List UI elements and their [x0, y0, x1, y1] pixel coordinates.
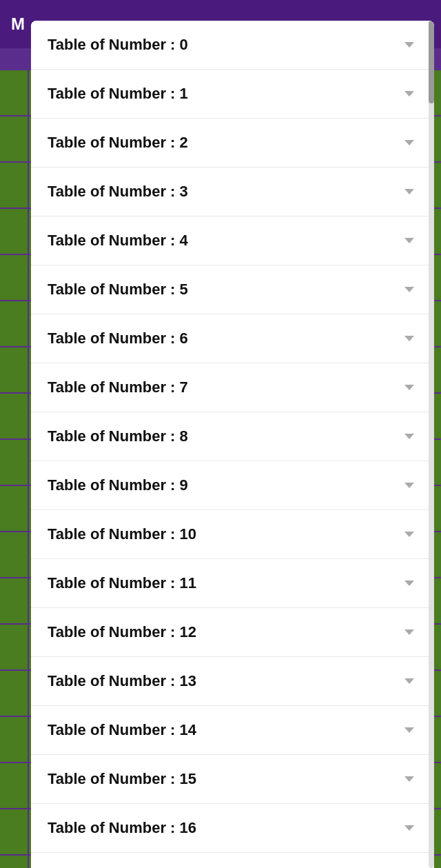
bg-cell — [0, 347, 28, 392]
accordion-label-8: Table of Number : 8 — [48, 427, 188, 445]
svg-marker-13 — [404, 678, 414, 684]
accordion-item-3[interactable]: Table of Number : 3 — [31, 168, 434, 216]
svg-marker-7 — [404, 385, 414, 390]
chevron-down-icon — [401, 134, 418, 151]
accordion-item-1[interactable]: Table of Number : 1 — [31, 70, 434, 119]
accordion-label-12: Table of Number : 12 — [48, 623, 196, 641]
chevron-down-icon — [401, 37, 418, 53]
accordion-label-4: Table of Number : 4 — [48, 232, 188, 250]
bg-cell — [0, 209, 28, 254]
svg-marker-16 — [404, 825, 414, 831]
svg-marker-5 — [404, 287, 414, 292]
accordion-label-16: Table of Number : 16 — [48, 819, 196, 837]
bg-cell — [0, 763, 28, 808]
accordion-item-11[interactable]: Table of Number : 11 — [31, 559, 434, 608]
accordion-item-6[interactable]: Table of Number : 6 — [31, 314, 434, 363]
svg-marker-4 — [404, 238, 414, 243]
chevron-down-icon — [401, 232, 418, 249]
chevron-down-icon — [401, 526, 418, 543]
svg-marker-6 — [404, 336, 414, 341]
scrollbar-track[interactable] — [429, 21, 434, 868]
accordion-label-6: Table of Number : 6 — [48, 330, 188, 347]
chevron-down-icon — [401, 624, 418, 640]
bg-cell — [0, 625, 28, 669]
accordion-item-0[interactable]: Table of Number : 0 — [31, 21, 434, 70]
chevron-down-icon — [401, 183, 418, 200]
bg-cell — [0, 809, 28, 854]
accordion-label-13: Table of Number : 13 — [48, 672, 196, 690]
accordion-label-10: Table of Number : 10 — [48, 525, 196, 543]
accordion-label-3: Table of Number : 3 — [48, 183, 188, 201]
accordion-item-4[interactable]: Table of Number : 4 — [31, 216, 434, 265]
accordion-label-5: Table of Number : 5 — [48, 281, 188, 299]
svg-marker-15 — [404, 776, 414, 782]
scrollbar-thumb[interactable] — [429, 21, 434, 103]
accordion-label-9: Table of Number : 9 — [48, 476, 188, 494]
bg-cell — [0, 301, 28, 346]
chevron-down-icon — [401, 575, 418, 592]
svg-marker-11 — [404, 581, 414, 586]
accordion-item-15[interactable]: Table of Number : 15 — [31, 755, 434, 804]
svg-marker-14 — [404, 727, 414, 733]
svg-marker-12 — [404, 629, 414, 635]
svg-marker-10 — [404, 532, 414, 537]
chevron-down-icon — [401, 771, 418, 787]
accordion-item-17[interactable]: Table of Number : 17 — [31, 853, 434, 868]
chevron-down-icon — [401, 722, 418, 738]
accordion-item-12[interactable]: Table of Number : 12 — [31, 608, 434, 657]
bg-cell — [0, 70, 28, 115]
accordion-label-7: Table of Number : 7 — [48, 379, 188, 396]
bg-cell — [0, 255, 28, 300]
bg-cell — [0, 163, 28, 208]
accordion-label-1: Table of Number : 1 — [48, 85, 188, 103]
chevron-down-icon — [401, 85, 418, 102]
bg-cell — [0, 486, 28, 531]
accordion-label-14: Table of Number : 14 — [48, 721, 196, 739]
bg-cell — [0, 856, 28, 868]
svg-marker-9 — [404, 483, 414, 488]
accordion-label-15: Table of Number : 15 — [48, 770, 196, 788]
app-title: M — [11, 14, 25, 34]
chevron-down-icon — [401, 330, 418, 347]
bg-cell — [0, 440, 28, 485]
accordion-item-13[interactable]: Table of Number : 13 — [31, 657, 434, 706]
chevron-down-icon — [401, 820, 418, 836]
svg-marker-8 — [404, 434, 414, 439]
chevron-down-icon — [401, 428, 418, 445]
bg-cell — [0, 671, 28, 716]
accordion-item-2[interactable]: Table of Number : 2 — [31, 119, 434, 168]
chevron-down-icon — [401, 477, 418, 494]
bg-cell — [0, 578, 28, 623]
accordion-item-9[interactable]: Table of Number : 9 — [31, 461, 434, 510]
accordion-label-11: Table of Number : 11 — [48, 574, 196, 592]
bg-cell — [0, 117, 28, 161]
accordion-panel: Table of Number : 0 Table of Number : 1 … — [31, 21, 434, 868]
accordion-list: Table of Number : 0 Table of Number : 1 … — [31, 21, 434, 868]
bg-cell — [0, 394, 28, 438]
accordion-label-0: Table of Number : 0 — [48, 36, 188, 54]
accordion-label-2: Table of Number : 2 — [48, 134, 188, 152]
accordion-item-10[interactable]: Table of Number : 10 — [31, 510, 434, 559]
chevron-down-icon — [401, 673, 418, 689]
accordion-item-16[interactable]: Table of Number : 16 — [31, 804, 434, 853]
accordion-item-8[interactable]: Table of Number : 8 — [31, 412, 434, 461]
chevron-down-icon — [401, 379, 418, 396]
bg-cell — [0, 717, 28, 762]
chevron-down-icon — [401, 281, 418, 298]
accordion-item-14[interactable]: Table of Number : 14 — [31, 706, 434, 755]
svg-marker-3 — [404, 189, 414, 194]
svg-marker-0 — [404, 42, 414, 48]
svg-marker-1 — [404, 91, 414, 97]
bg-cell — [0, 532, 28, 577]
accordion-item-5[interactable]: Table of Number : 5 — [31, 265, 434, 314]
svg-marker-2 — [404, 140, 414, 145]
accordion-item-7[interactable]: Table of Number : 7 — [31, 363, 434, 412]
